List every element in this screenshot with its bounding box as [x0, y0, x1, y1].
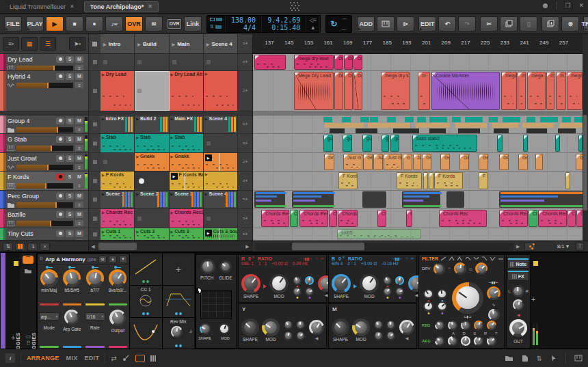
arranger-clip[interactable]: Chords Rec [538, 210, 567, 227]
mute-button[interactable]: M [75, 73, 83, 80]
scene-play-icon[interactable]: ▶ [206, 42, 210, 46]
clip-slot-5-1[interactable] [135, 172, 169, 190]
arranger-lane-0[interactable]: mega dry leadDrDrDr [253, 54, 583, 71]
volume-handle[interactable] [53, 66, 55, 71]
metronome-icons[interactable]: ◁≡ ▲ [306, 16, 320, 32]
project-tab-0[interactable]: Liquid Trommelfeuer✕ [4, 1, 80, 12]
filter-knob-b[interactable] [475, 262, 487, 275]
arranger-clip[interactable]: Ju [373, 154, 383, 170]
arranger-clip[interactable]: Chords Rec [499, 210, 528, 227]
clip-play-icon[interactable]: ▶ [136, 117, 139, 121]
record-arm-button[interactable] [56, 56, 64, 63]
delete-button[interactable]: ⊗ [561, 16, 579, 31]
sub-level-knob[interactable] [399, 320, 414, 335]
close-button[interactable]: ✕ [578, 2, 584, 9]
launcher-clip[interactable]: ▶Chords Rec2 [170, 209, 203, 228]
maximize-button[interactable]: ❐ [565, 2, 570, 9]
modulator-empty-slot[interactable]: + [163, 254, 195, 285]
keytrack-icon[interactable]: ⊣▮▮⊢ [301, 256, 312, 261]
device-preset-name[interactable]: (preset p... [88, 257, 96, 262]
scroll-left-icon[interactable]: ◀ [90, 243, 96, 250]
revmix-knob[interactable] [171, 326, 183, 338]
clip-slot-6-1[interactable]: ▶Scene 2 [135, 191, 169, 208]
osc-small-knob[interactable] [293, 287, 302, 296]
track-stop-button[interactable] [89, 172, 101, 190]
mute-button[interactable]: M [75, 174, 83, 180]
osc-small-knob[interactable] [395, 287, 404, 296]
clip-play-icon[interactable]: ▶ [102, 173, 105, 177]
feg-knob[interactable] [461, 321, 470, 330]
device-expand-button[interactable]: ▼ [119, 256, 127, 263]
clip-launcher-visible-toggle[interactable] [135, 355, 145, 362]
arranger-clip[interactable]: Ch [290, 210, 298, 227]
volume-slider[interactable] [16, 165, 73, 170]
clip-play-icon[interactable]: ▶ [102, 117, 105, 121]
track-stop-button[interactable] [89, 54, 101, 70]
clip-slot-4-0[interactable] [101, 153, 135, 171]
clip-slot-8-0[interactable]: ▶Cuts 1 [101, 228, 135, 240]
circle-icon[interactable]: ○ [405, 256, 408, 261]
device-grip-icon[interactable]: ⠿ [40, 256, 43, 262]
volume-slider[interactable] [16, 221, 73, 226]
filter-type-icon[interactable] [473, 256, 479, 261]
filter-type-icon[interactable] [449, 256, 455, 261]
view-tab-arrange[interactable]: ARRANGE [27, 355, 59, 362]
arranger-clip[interactable]: mega [501, 72, 517, 110]
clip-play-icon[interactable]: ▶ [205, 172, 208, 176]
browser-folder-icon[interactable] [505, 355, 513, 362]
track-menu-button[interactable]: ≡ [75, 126, 83, 133]
clip-play-icon[interactable]: ▶ [102, 192, 105, 196]
modulator-ramp[interactable] [130, 254, 162, 285]
arranger-clip[interactable]: F F [479, 172, 488, 189]
track-row-just-growl[interactable]: Just GrowlSM≡ [0, 153, 88, 172]
clip-slot-1-0[interactable]: ▶Dry Lead [101, 71, 135, 111]
row-menu-button[interactable]: ≡+ [238, 172, 252, 190]
record-arm-button[interactable] [56, 73, 64, 80]
filter-cutoff-knob[interactable] [452, 282, 483, 314]
folder-icon[interactable] [24, 268, 32, 274]
mute-button[interactable]: M [75, 155, 83, 162]
clip-play-icon[interactable]: ▶ [205, 117, 208, 121]
device-collapse-button[interactable]: ▲ [109, 256, 117, 263]
shape-knob[interactable] [200, 323, 211, 334]
arranger-lane-8[interactable]: snitt5 [253, 228, 583, 241]
clip-slot-6-2[interactable]: ▶Scene 3 [170, 191, 204, 208]
aeg-knob[interactable] [448, 336, 457, 346]
volume-handle[interactable] [47, 83, 49, 88]
modulator-lfo[interactable] [130, 318, 162, 349]
info-button[interactable]: i [5, 353, 15, 363]
arranger-lane-4[interactable]: GrJust GGrJuJust GGJuGrGrGrGrGrGrG [253, 153, 583, 172]
filter-mod-knob[interactable] [423, 289, 433, 299]
launcher-clip[interactable]: ▶Cuts 3 [170, 228, 203, 240]
transfer-icon[interactable]: ⇅ [537, 355, 542, 362]
launcher-clip[interactable]: ▶Cuts 1 [101, 228, 134, 240]
io-routing-icon[interactable] [122, 355, 130, 362]
solo-button[interactable]: S [66, 73, 74, 80]
keytrack-icon[interactable]: ⊣▮▮⊢ [391, 256, 403, 261]
circle-icon[interactable]: ○ [315, 256, 318, 261]
sub-small-knob[interactable] [296, 321, 305, 329]
volume-handle[interactable] [47, 165, 49, 170]
clip-play-icon[interactable]: ▶ [102, 135, 105, 139]
arranger-scroll-right-icon[interactable]: ▶ [516, 243, 520, 250]
track-menu-button[interactable]: ≡ [75, 220, 83, 226]
solo-button[interactable]: S [66, 136, 74, 143]
clip-slot-4-1[interactable]: ▶Gnakk [135, 153, 169, 171]
speaker-icon[interactable]: ◀ [405, 336, 409, 340]
project-tab-1[interactable]: Tone Archipelago*✕ [84, 1, 159, 12]
arranger-clip[interactable]: bass stab2 [412, 135, 477, 152]
osc-mod-knob[interactable] [360, 274, 379, 293]
feg-knob[interactable] [474, 321, 483, 330]
osc-shape-knob[interactable] [332, 274, 351, 293]
arranger-clip[interactable] [523, 135, 528, 152]
feg-knob[interactable] [487, 321, 496, 330]
cut-button[interactable]: ✂ [480, 16, 498, 31]
clip-slot-4-3[interactable]: ▶ [204, 153, 238, 171]
clip-slot-5-2[interactable]: ▶F Kords Bri... [170, 172, 204, 190]
launcher-clip[interactable]: ▶Gnakk [135, 153, 168, 171]
note-editor-toggle[interactable] [150, 355, 156, 362]
arranger-clip[interactable]: Mega Dry Lead [294, 72, 334, 110]
clip-slot-0-2[interactable] [170, 54, 204, 70]
undo-button[interactable]: ↶ [438, 16, 456, 31]
mute-button[interactable]: M [75, 56, 83, 63]
